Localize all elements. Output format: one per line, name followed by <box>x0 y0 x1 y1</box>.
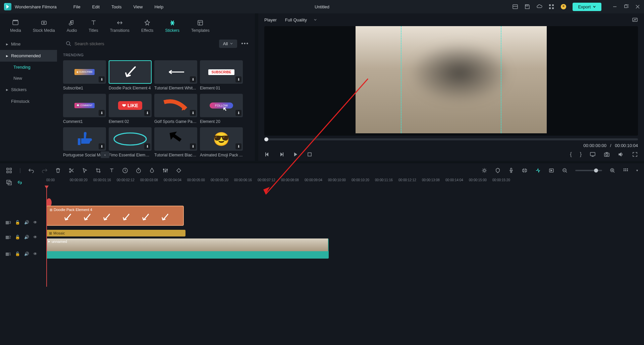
sticker-card[interactable]: Doodle Pack Element 4 <box>109 60 152 90</box>
search-input[interactable] <box>74 41 212 46</box>
clip-video[interactable]: ▸ unnamed <box>46 238 329 259</box>
sidebar-item-stickers[interactable]: ▸Stickers <box>0 84 57 95</box>
account-icon[interactable] <box>560 4 567 10</box>
mark-out-icon[interactable]: } <box>580 151 582 157</box>
sidebar-item-recommended[interactable]: ▸Recommended <box>0 50 57 62</box>
chevron-down-icon[interactable]: ▾ <box>636 168 638 172</box>
lock-icon[interactable]: 🔓 <box>15 235 20 239</box>
sticker-card[interactable]: SUBSCRIBE⬇ Element 01 <box>200 60 243 90</box>
sticker-card[interactable]: ⬇ Portuguese Social Me... <box>63 127 106 157</box>
sticker-card[interactable]: ❤ LIKE⬇ Element 02 <box>109 94 152 124</box>
filter-dropdown[interactable]: All <box>219 40 237 48</box>
clip-mosaic[interactable]: ⊞Mosaic <box>46 230 185 236</box>
scrub-bar[interactable] <box>264 138 638 140</box>
delete-icon[interactable] <box>55 167 61 174</box>
lock-icon[interactable]: 🔓 <box>15 252 20 256</box>
keyframe-icon[interactable] <box>176 167 182 174</box>
mute-icon[interactable]: 🔊 <box>24 220 29 225</box>
undo-icon[interactable] <box>28 167 34 174</box>
visibility-icon[interactable]: 👁 <box>33 220 37 225</box>
marker-icon[interactable] <box>495 167 501 174</box>
sidebar-sub-trending[interactable]: Trending <box>0 62 57 73</box>
quality-dropdown[interactable]: Full Quality <box>285 17 317 22</box>
enhance-icon[interactable] <box>481 167 487 174</box>
volume-icon[interactable] <box>618 151 624 157</box>
text-icon[interactable] <box>109 167 115 174</box>
tab-media[interactable]: Media <box>7 16 24 36</box>
timeline-view-icon[interactable] <box>623 167 629 174</box>
audio-mix-icon[interactable] <box>522 167 528 174</box>
film-icon[interactable]: ▦3 <box>5 220 11 225</box>
tab-titles[interactable]: Titles <box>85 16 101 36</box>
mark-in-icon[interactable]: { <box>570 151 572 157</box>
film-icon[interactable]: ▦2 <box>5 235 11 239</box>
sticker-card[interactable]: FOLLOW⬇ Element 20 <box>200 94 243 124</box>
menu-tools[interactable]: Tools <box>111 4 121 9</box>
speed-icon[interactable] <box>122 167 128 174</box>
playhead[interactable] <box>46 186 47 287</box>
tab-stock-media[interactable]: Stock Media <box>30 16 58 36</box>
fullscreen-icon[interactable] <box>632 151 638 157</box>
link-icon[interactable] <box>17 180 23 186</box>
lock-icon[interactable]: 🔓 <box>15 220 20 225</box>
tab-effects[interactable]: Effects <box>138 16 157 36</box>
crop-icon[interactable] <box>95 167 101 174</box>
visibility-icon[interactable]: 👁 <box>33 252 37 256</box>
sidebar-item-mine[interactable]: ▸Mine <box>0 38 57 50</box>
sticker-card[interactable]: ⬇ Tutorial Element Whit... <box>154 60 197 90</box>
color-icon[interactable] <box>149 167 155 174</box>
split-icon[interactable] <box>68 167 74 174</box>
zoom-slider[interactable] <box>575 170 602 171</box>
play-button[interactable] <box>292 151 299 157</box>
save-icon[interactable] <box>524 4 530 10</box>
sticker-card[interactable]: ◉ SUBSCRIBE⬇ Subscribe1 <box>63 60 106 90</box>
maximize-button[interactable] <box>624 4 629 9</box>
apps-icon[interactable] <box>548 4 554 10</box>
sidebar-sub-new[interactable]: New <box>0 73 57 84</box>
sticker-card[interactable]: ⬇ Golf Sports Game Pac... <box>154 94 197 124</box>
menu-file[interactable]: File <box>73 4 80 9</box>
visibility-icon[interactable]: 👁 <box>33 235 37 239</box>
duration-icon[interactable] <box>136 167 142 174</box>
mute-icon[interactable]: 🔊 <box>24 252 29 256</box>
tab-templates[interactable]: Templates <box>188 16 213 36</box>
search-box[interactable] <box>63 39 215 48</box>
cloud-icon[interactable] <box>536 4 542 10</box>
render-icon[interactable] <box>548 167 554 174</box>
clip-sticker[interactable]: ⊞Doodle Pack Element 4 <box>46 206 184 226</box>
more-options-icon[interactable]: ••• <box>241 41 249 47</box>
sidebar-item-filmstock[interactable]: ▸Filmstock <box>0 95 57 107</box>
sticker-card[interactable]: 😎⬇ Animated Emoji Pack ... <box>200 127 243 157</box>
export-button[interactable]: Export <box>573 3 601 11</box>
timeline-ruler[interactable]: 00:0000:00:00:2000:00:01:1600:00:02:1200… <box>46 178 644 186</box>
tab-audio[interactable]: Audio <box>63 16 80 36</box>
snapshot-settings-icon[interactable] <box>632 17 638 23</box>
tab-transitions[interactable]: Transitions <box>107 16 133 36</box>
sticker-card[interactable]: ⬇ Tutorial Element Black 3 <box>154 127 197 157</box>
sticker-card[interactable]: 💬 COMMENT⬇ Comment1 <box>63 94 106 124</box>
voiceover-icon[interactable] <box>508 167 514 174</box>
snapshot-icon[interactable] <box>604 151 610 157</box>
zoom-out-icon[interactable] <box>562 167 568 174</box>
tab-stickers[interactable]: Stickers <box>162 16 183 36</box>
mute-icon[interactable]: 🔊 <box>24 235 29 239</box>
minimize-button[interactable] <box>612 4 617 9</box>
page-prev-button[interactable]: ‹ <box>101 151 109 158</box>
menu-help[interactable]: Help <box>154 4 163 9</box>
step-back-button[interactable] <box>264 151 270 157</box>
adjust-icon[interactable] <box>162 167 168 174</box>
stop-button[interactable] <box>307 151 313 157</box>
display-icon[interactable] <box>590 151 596 157</box>
add-track-icon[interactable] <box>6 180 12 186</box>
sticker-card[interactable]: ⬇ Fimo Essential Elemen... <box>109 127 152 157</box>
layout-icon[interactable] <box>512 4 518 10</box>
step-forward-button[interactable] <box>278 151 284 157</box>
menu-view[interactable]: View <box>133 4 143 9</box>
menu-edit[interactable]: Edit <box>92 4 100 9</box>
cursor-icon[interactable] <box>82 167 88 174</box>
panel-grid-icon[interactable] <box>6 167 12 174</box>
auto-ripple-icon[interactable] <box>535 167 541 174</box>
zoom-in-icon[interactable] <box>609 167 615 174</box>
redo-icon[interactable] <box>42 167 48 174</box>
close-button[interactable] <box>635 4 640 9</box>
